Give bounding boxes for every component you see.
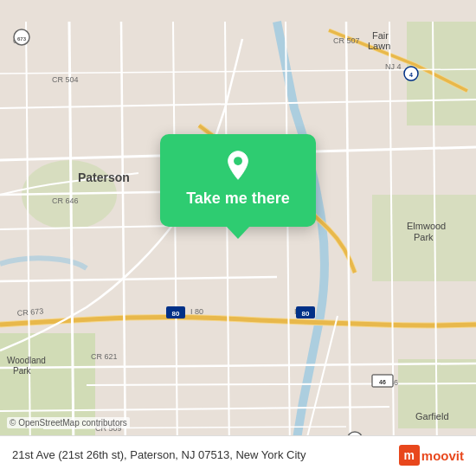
svg-text:CR 507: CR 507	[333, 36, 360, 45]
address-text: 21st Ave (21st 26th st), Paterson, NJ 07…	[12, 447, 390, 463]
moovit-logo-icon: m	[399, 445, 420, 466]
svg-text:80: 80	[172, 310, 180, 318]
svg-text:46: 46	[379, 379, 386, 385]
svg-point-60	[234, 157, 242, 165]
svg-text:673: 673	[17, 36, 27, 42]
location-pin-icon	[222, 150, 254, 181]
svg-text:NJ 4: NJ 4	[385, 62, 402, 71]
svg-text:Lawn: Lawn	[368, 41, 390, 51]
svg-text:Paterson: Paterson	[78, 170, 130, 184]
osm-attribution: © OpenStreetMap contributors	[7, 417, 130, 428]
svg-text:Woodland: Woodland	[7, 356, 46, 365]
moovit-logo: m moovit	[399, 445, 464, 466]
bottom-bar: 21st Ave (21st 26th st), Paterson, NJ 07…	[0, 435, 476, 476]
svg-text:CR 646: CR 646	[52, 196, 79, 205]
popup-card: Take me there	[160, 134, 316, 227]
take-me-there-button[interactable]: Take me there	[186, 190, 290, 208]
svg-text:Park: Park	[414, 232, 434, 242]
svg-text:Elmwood: Elmwood	[407, 221, 446, 231]
svg-text:Park: Park	[13, 366, 32, 376]
svg-text:80: 80	[302, 310, 310, 318]
svg-text:CR 621: CR 621	[91, 352, 118, 361]
moovit-logo-text: moovit	[421, 448, 464, 463]
map-container: CR 673 CR 646 CR 621 CR 509 I 80 I 80 NJ…	[0, 0, 476, 476]
svg-text:4: 4	[409, 72, 413, 78]
svg-text:I 80: I 80	[190, 307, 203, 316]
svg-text:Fair: Fair	[372, 30, 389, 41]
svg-text:CR 504: CR 504	[52, 75, 79, 84]
svg-text:Garfield: Garfield	[415, 411, 449, 421]
